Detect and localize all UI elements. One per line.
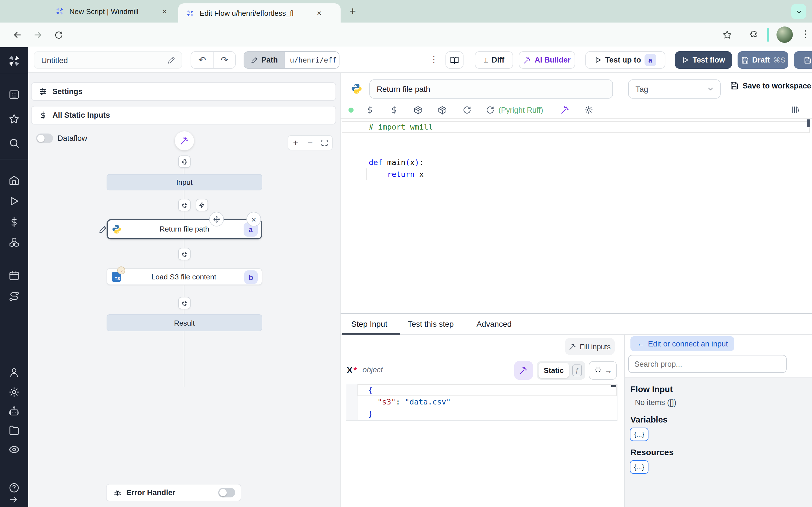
step-name-input[interactable]: Return file path	[369, 79, 613, 99]
static-mode-button[interactable]: Static	[539, 363, 569, 378]
sidebar-item-resources[interactable]	[8, 237, 20, 248]
library-icon[interactable]	[791, 105, 800, 114]
variables-braces-button[interactable]: {...}	[630, 428, 649, 441]
reload-icon[interactable]	[462, 105, 471, 114]
add-trigger-button[interactable]	[196, 199, 208, 211]
graph-ai-button[interactable]	[175, 131, 194, 151]
new-tab-button[interactable]: +	[350, 5, 356, 17]
editor-settings-gear-icon[interactable]	[584, 105, 593, 114]
fill-inputs-button[interactable]: Fill inputs	[565, 338, 615, 355]
windmill-logo-icon[interactable]	[7, 54, 21, 68]
code-editor[interactable]: # import wmill def main(x): return x	[369, 121, 433, 180]
sidebar-item-workflows[interactable]	[8, 291, 20, 302]
bug-icon	[113, 489, 122, 497]
expression-mode-button[interactable]: ƒ	[572, 364, 582, 376]
tab-close-icon[interactable]: ×	[317, 8, 321, 17]
connect-input-button[interactable]: →	[589, 361, 617, 380]
dataflow-toggle[interactable]	[36, 133, 53, 143]
docs-button[interactable]	[446, 51, 463, 69]
tag-select[interactable]: Tag	[628, 79, 721, 99]
test-up-to-button[interactable]: Test up to a	[585, 51, 665, 69]
flow-result-node[interactable]: Result	[107, 314, 262, 331]
more-options-kebab[interactable]: ⋮	[430, 54, 438, 64]
lint-status-text[interactable]: (Pyright Ruff)	[499, 106, 543, 114]
edit-step-pencil-icon[interactable]	[99, 225, 107, 234]
add-step-before-result-button[interactable]	[178, 297, 191, 309]
delete-step-button[interactable]: ×	[246, 212, 261, 226]
section-resources: Resources	[630, 447, 673, 457]
reload-icon[interactable]	[54, 31, 63, 40]
sidebar-item-runs[interactable]	[8, 195, 20, 207]
forward-icon[interactable]	[33, 30, 43, 40]
search-prop-input[interactable]	[628, 355, 786, 373]
bolt-icon	[199, 202, 205, 209]
ai-wand-icon[interactable]	[560, 105, 569, 114]
test-flow-button[interactable]: Test flow	[675, 51, 732, 69]
move-step-handle[interactable]	[209, 212, 224, 226]
zoom-out-button[interactable]: −	[303, 138, 317, 148]
deploy-button[interactable]: Deploy	[794, 51, 812, 69]
error-handler-card[interactable]: Error Handler	[106, 484, 241, 501]
tab-close-icon[interactable]: ×	[162, 7, 167, 16]
sidebar-item-help[interactable]	[8, 482, 20, 494]
extensions-icon[interactable]	[749, 30, 759, 40]
sidebar-item-favorites[interactable]	[8, 113, 20, 124]
arg-ai-button[interactable]	[514, 361, 533, 380]
tab-step-input[interactable]: Step Input	[351, 320, 388, 328]
browser-tab-edit-flow[interactable]: Edit Flow u/henri/effortless_fl ×	[178, 3, 341, 22]
sidebar-item-folders[interactable]	[8, 425, 20, 436]
avatar[interactable]	[776, 26, 793, 43]
tab-search-button[interactable]	[791, 4, 806, 19]
sidebar-item-variables[interactable]	[8, 216, 20, 228]
browser-tab-new-script[interactable]: New Script | Windmill ×	[47, 0, 174, 22]
add-step-after-input-button[interactable]	[178, 199, 191, 211]
sidebar-item-home[interactable]	[8, 175, 20, 186]
redo-button[interactable]: ↷	[214, 52, 235, 68]
sidebar-item-users[interactable]	[8, 367, 20, 378]
sidebar-item-search[interactable]	[8, 137, 20, 149]
reload-icon[interactable]	[486, 105, 495, 114]
back-icon[interactable]	[12, 30, 22, 40]
add-step-between-button[interactable]	[178, 248, 191, 260]
flow-settings-button[interactable]: Settings	[31, 82, 336, 101]
step-node-a[interactable]: Return file path a ×	[107, 219, 262, 239]
tab-test-this-step[interactable]: Test this step	[408, 320, 454, 328]
sidebar-item-settings[interactable]	[8, 386, 20, 398]
zoom-in-button[interactable]: +	[288, 138, 303, 148]
arg-json-editor[interactable]: { "s3": "data.csv"}	[346, 384, 617, 421]
fn-icon: ƒ	[575, 367, 579, 374]
browser-menu-icon[interactable]: ⋮	[801, 28, 810, 40]
ai-builder-button[interactable]: AI Builder	[519, 51, 575, 69]
variable-dollar-icon[interactable]	[390, 105, 399, 114]
sidebar-item-audit-logs[interactable]	[8, 444, 20, 455]
save-to-workspace-button[interactable]: Save to workspace	[730, 81, 811, 90]
flow-input-node[interactable]: Input	[107, 174, 262, 190]
path-label-segment[interactable]: Path	[244, 52, 285, 68]
package-icon[interactable]	[413, 105, 423, 115]
flow-name-field[interactable]: Untitled	[34, 51, 182, 69]
json-scrollbar-thumb[interactable]	[611, 385, 616, 387]
path-editor[interactable]: Path u/henri/eff	[244, 51, 340, 69]
error-handler-toggle[interactable]	[218, 488, 235, 497]
diff-button[interactable]: ± Diff	[475, 51, 513, 69]
undo-button[interactable]: ↶	[191, 52, 214, 68]
bookmark-star-icon[interactable]	[722, 30, 732, 40]
sidebar-item-workers[interactable]	[8, 406, 20, 417]
fit-view-button[interactable]	[317, 139, 332, 147]
json-editor-code[interactable]: { "s3": "data.csv"}	[368, 384, 451, 420]
code-scrollbar-thumb[interactable]	[807, 119, 810, 127]
variable-dollar-icon[interactable]	[365, 105, 374, 114]
all-static-inputs-button[interactable]: All Static Inputs	[31, 106, 336, 124]
package-icon[interactable]	[438, 105, 447, 115]
sidebar-item-apps[interactable]	[8, 89, 20, 100]
edit-name-pencil-icon[interactable]	[167, 56, 175, 64]
resources-braces-button[interactable]: {...}	[630, 460, 649, 474]
draft-button[interactable]: Draft ⌘S	[738, 51, 788, 69]
arg-name: X	[347, 365, 352, 375]
edit-connect-input-button[interactable]: ← Edit or connect an input	[630, 336, 734, 351]
tab-advanced[interactable]: Advanced	[476, 320, 512, 328]
add-step-top-button[interactable]	[178, 156, 191, 168]
sidebar-item-schedules[interactable]	[8, 270, 20, 281]
step-node-b[interactable]: TS Load S3 file content b	[107, 268, 262, 285]
sidebar-expand-icon[interactable]	[8, 495, 18, 505]
